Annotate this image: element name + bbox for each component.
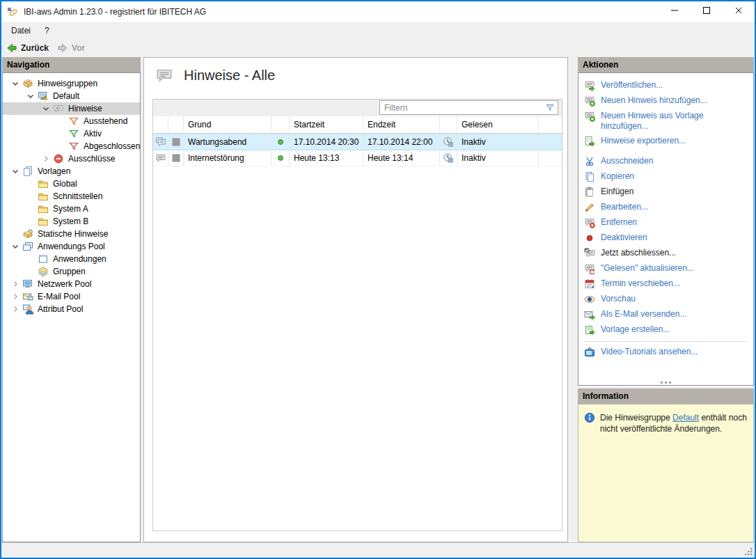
tree-item-label: Attribut Pool — [38, 304, 83, 314]
tree-item-schnittstellen[interactable]: Schnittstellen — [3, 190, 140, 203]
chevron-right-icon[interactable] — [39, 153, 53, 164]
funnel-red-icon — [68, 141, 79, 152]
chevron-right-icon[interactable] — [8, 304, 22, 315]
action-video-tutorials-ansehen[interactable]: Video-Tutorials ansehen... — [578, 345, 753, 360]
folder-icon — [38, 203, 49, 214]
tree-item-label: Vorlagen — [38, 166, 70, 176]
actions-splitter-handle[interactable] — [578, 380, 753, 384]
column-header-endzeit[interactable]: Endzeit — [363, 116, 440, 133]
action-gelesen-aktualisieren[interactable]: "Gelesen" aktualisieren... — [578, 261, 753, 276]
action-als-e-mail-versenden[interactable]: Als E-Mail versenden... — [578, 307, 753, 322]
tree-item-netzwerk-pool[interactable]: Netzwerk Pool — [3, 278, 140, 290]
tree-item-e-mail-pool[interactable]: E-Mail Pool — [3, 290, 140, 303]
tree-item-hinweise[interactable]: Hinweise — [3, 102, 140, 115]
chevron-spacer — [54, 141, 68, 152]
chevron-spacer — [54, 116, 68, 127]
tree-item-vorlagen[interactable]: Vorlagen — [3, 165, 140, 178]
tree-item-ausstehend[interactable]: Ausstehend — [3, 115, 140, 127]
filter-input[interactable] — [379, 100, 558, 115]
funnel-orange-icon — [68, 116, 79, 127]
menu-item-datei[interactable]: Datei — [4, 24, 38, 38]
chevron-right-icon[interactable] — [8, 278, 22, 290]
pageexport-icon — [584, 136, 595, 147]
action-label: Einfügen — [601, 187, 633, 197]
tree-item-global[interactable]: Global — [3, 178, 140, 190]
action-vorlage-erstellen[interactable]: Vorlage erstellen... — [578, 322, 753, 338]
tree-item-hinweisgruppen[interactable]: Hinweisgruppen — [3, 77, 140, 90]
table-row-wartungsabend[interactable]: Wartungsabend17.10.2014 20:3017.10.2014 … — [153, 134, 562, 150]
chevron-down-icon[interactable] — [8, 166, 22, 177]
tree-item-system-a[interactable]: System A — [3, 203, 140, 215]
column-header-startzeit[interactable]: Startzeit — [290, 116, 363, 133]
column-header-gelesen[interactable]: Gelesen — [457, 116, 539, 133]
filter-box — [379, 100, 558, 115]
column-header-icon[interactable] — [168, 116, 184, 133]
action-label: Als E-Mail versenden... — [601, 309, 686, 320]
cell-startzeit: Heute 13:13 — [290, 150, 363, 166]
default-group-link[interactable]: Default — [672, 413, 699, 423]
table-row-internetstörung[interactable]: InternetstörungHeute 13:13Heute 13:14Ina… — [153, 150, 562, 166]
tree-item-anwendungs-pool[interactable]: Anwendungs Pool — [3, 240, 140, 253]
column-header-grund[interactable]: Grund — [184, 116, 271, 133]
action-neuen-hinweis-hinzufügen[interactable]: Neuen Hinweis hinzufügen... — [578, 93, 753, 109]
minimize-button[interactable] — [659, 1, 691, 22]
action-termin-verschieben[interactable]: 17Termin verschieben... — [578, 276, 753, 292]
maximize-button[interactable] — [691, 1, 723, 22]
gelesen-clock-icon — [440, 150, 457, 166]
cell-gelesen: Inaktiv — [457, 150, 539, 166]
tree-item-gruppen[interactable]: Gruppen — [3, 265, 140, 278]
speech2-icon — [155, 136, 166, 148]
action-kopieren[interactable]: Kopieren — [578, 169, 753, 184]
chevron-down-icon[interactable] — [24, 90, 38, 102]
action-neuen-hinweis-aus-vorlage-hinzufügen[interactable]: Neuen Hinweis aus Vorlage hinzufügen... — [578, 109, 753, 134]
speechplus-icon — [584, 95, 595, 107]
scissors-icon — [584, 156, 595, 167]
resize-grip[interactable] — [743, 546, 753, 556]
action-hinweise-exportieren[interactable]: Hinweise exportieren... — [578, 134, 753, 149]
action-label: Veröffentlichen... — [601, 80, 663, 90]
tree-item-label: Gruppen — [53, 267, 86, 276]
tree-item-label: E-Mail Pool — [38, 292, 80, 301]
tree-item-statische-hinweise[interactable]: Statische Hinweise — [3, 228, 140, 240]
filter-funnel-icon[interactable] — [544, 102, 556, 113]
chevron-spacer — [24, 178, 38, 189]
window1-icon — [38, 253, 49, 265]
action-jetzt-abschliessen: Jetzt abschliessen... — [578, 246, 753, 261]
chevron-down-icon[interactable] — [8, 241, 22, 252]
action-veröffentlichen[interactable]: Veröffentlichen... — [578, 78, 753, 93]
cell-grund: Internetstörung — [184, 150, 271, 166]
action-label: Deaktivieren — [601, 233, 647, 243]
menu-item-help[interactable]: ? — [38, 24, 56, 38]
action-vorschau[interactable]: Vorschau — [578, 292, 753, 307]
column-header-icon[interactable] — [153, 116, 168, 133]
back-button[interactable]: Zurück — [6, 42, 49, 54]
action-label: Kopieren — [601, 171, 634, 182]
tree-item-anwendungen[interactable]: Anwendungen — [3, 253, 140, 265]
action-entfernen[interactable]: Entfernen — [578, 215, 753, 230]
action-deaktivieren[interactable]: Deaktivieren — [578, 230, 753, 246]
workspace: Navigation HinweisgruppenDefaultHinweise… — [1, 57, 755, 542]
chevron-spacer — [24, 191, 38, 202]
close-button[interactable] — [723, 1, 755, 22]
navigation-header: Navigation — [2, 57, 141, 72]
tree-item-label: Hinweisgruppen — [38, 79, 97, 88]
tree-item-aktiv[interactable]: Aktiv — [3, 127, 140, 140]
tree-item-default[interactable]: Default — [3, 90, 140, 102]
action-bearbeiten[interactable]: Bearbeiten... — [578, 200, 753, 215]
folder-icon — [38, 191, 49, 202]
page-title: Hinweise - Alle — [184, 68, 275, 84]
tree-item-abgeschlossen[interactable]: Abgeschlossen — [3, 140, 140, 152]
tree-item-system-b[interactable]: System B — [3, 215, 140, 228]
column-header-icon[interactable] — [440, 116, 457, 133]
chevron-right-icon[interactable] — [8, 291, 22, 302]
funnel-green-icon — [68, 128, 79, 139]
tree-item-attribut-pool[interactable]: Attribut Pool — [3, 303, 140, 315]
action-ausschneiden[interactable]: Ausschneiden — [578, 154, 753, 169]
chevron-down-icon[interactable] — [8, 78, 22, 89]
column-header-icon[interactable] — [271, 116, 290, 133]
tree-item-label: Hinweise — [68, 104, 102, 113]
tree-item-ausschlüsse[interactable]: Ausschlüsse — [3, 152, 140, 165]
chevron-down-icon[interactable] — [39, 103, 53, 114]
speech-icon — [53, 103, 64, 114]
action-label: Vorschau — [601, 294, 636, 304]
